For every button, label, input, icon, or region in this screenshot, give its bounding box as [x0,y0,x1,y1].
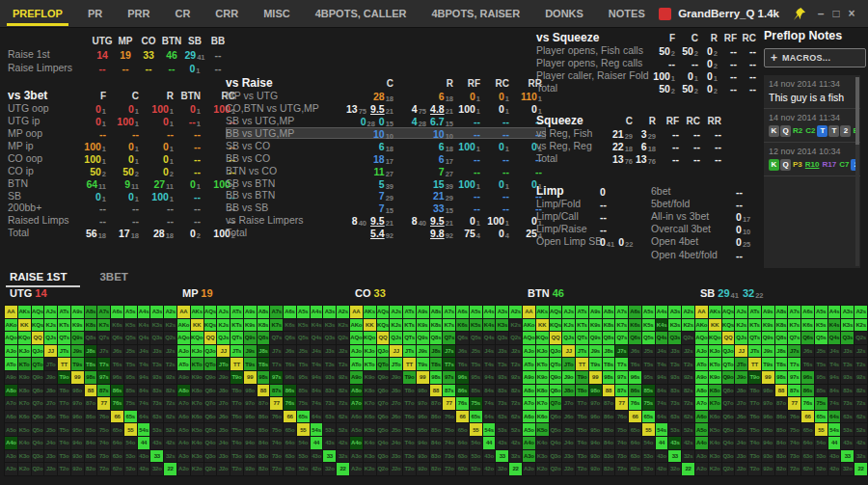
stat-cell: 502 [675,79,698,96]
hand-cell: T7s [615,358,628,370]
hand-cell: Q8s [775,332,788,344]
hand-cell: AJo [350,345,363,358]
hand-cell: 55 [642,423,655,436]
hand-cell: 76o [615,411,628,423]
limp-row-open-limp-sb[interactable]: Open Limp SB041022 [536,235,641,248]
hand-cell: KJs [217,319,230,332]
hand-cell: 73s [150,397,163,410]
stat-row-total[interactable]: Total5.4929.89275404254 [226,227,546,239]
hand-cell: T3o [748,450,761,463]
hand-cell: A2o [5,463,17,475]
hand-cell: Q4o [377,437,390,449]
hand-cell: J7o [562,397,575,410]
hand-cell: K7o [18,397,31,410]
hand-cell: J4s [656,345,668,358]
tab-preflop[interactable]: PREFLOP [0,0,75,27]
hand-cell: 75o [443,423,455,436]
hand-cell: AQo [350,332,363,344]
stat-row-raise-limpers[interactable]: Raise Limpers--------01-- [8,61,231,74]
range-tab-3bet[interactable]: 3BET [99,271,127,287]
hand-cell: KJs [44,319,57,332]
stat-cell: -- [700,149,721,167]
hand-cell: K2s [337,319,349,332]
row-label: UTG ip [8,115,77,126]
hand-cell: 96o [71,411,84,423]
hand-cell: QJo [377,345,390,358]
hand-cell: 42s [854,437,867,449]
hand-cell: Q4o [722,437,735,449]
hand-cell: J7s [788,345,800,358]
hand-cell: A6s [801,306,814,318]
hand-cell: 77 [443,397,455,410]
minimize-button[interactable]: – [813,7,828,20]
hand-cell: J8s [258,345,270,358]
tab-donks[interactable]: DONKS [532,0,596,27]
tab-crr[interactable]: CRR [203,0,251,27]
limp-row-open-4bet[interactable]: Open 4bet025 [651,235,764,248]
tab-notes[interactable]: NOTES [596,0,658,27]
hand-cell: 53o [642,450,655,463]
hand-cell: 64o [111,437,123,449]
tab-4bpots-caller[interactable]: 4BPOTS, CALLER [303,0,420,27]
hand-cell: J2o [44,463,57,475]
hand-cell: 99 [762,371,774,384]
hand-cell: Q9o [377,371,390,384]
hand-cell: A7o [350,397,363,410]
hand-cell: K5s [642,319,655,332]
limp-row-limp-call[interactable]: Limp/Call-- [536,209,641,222]
value-sample-count: 2 [714,87,718,95]
range-tab-raise-1st[interactable]: RAISE 1ST [10,271,67,287]
hand-cell: 43o [483,450,496,463]
value-text: 5.4 [370,228,385,239]
pin-icon[interactable] [792,7,806,21]
hand-cell: K9o [364,371,376,384]
hand-cell: KQs [550,319,562,332]
value-text: 28 [153,228,165,239]
grid-header-btn: BTN 46 [528,287,564,299]
hand-cell: 87o [258,397,270,410]
limp-row-limp-fold[interactable]: Limp/Fold-- [536,197,641,209]
notes-scrollbar[interactable] [855,77,859,266]
hand-cell: 99 [589,371,602,384]
hand-cell: K4s [656,319,668,332]
row-label: SB vs UTG,MP [226,115,326,126]
hand-cell: 93o [417,450,429,463]
hand-cell: 92o [71,463,84,475]
hand-cell: AJs [390,306,402,318]
tab-cr[interactable]: CR [162,0,203,27]
hand-cell: Q5o [550,423,562,436]
notes-scrollbar-thumb[interactable] [855,77,859,145]
stat-row-total[interactable]: Total13761376------ [536,152,729,165]
stat-value: -- [715,149,721,166]
stat-row-total[interactable]: Total50250202---- [536,82,762,94]
stat-row-total[interactable]: Total561817182818021002 [8,227,239,239]
hand-cell: K3s [668,319,681,332]
limp-row-limp[interactable]: Limp0 [536,184,641,197]
hand-cell: 86o [430,411,443,423]
limp-row-all-in-vs-3bet[interactable]: All-in vs 3bet017 [651,209,764,222]
close-button[interactable]: × [844,7,859,20]
hand-cell: QJs [562,332,575,344]
hand-cell: KK [364,319,376,332]
hand-cell: 94o [589,437,602,449]
maximize-button[interactable]: □ [828,7,844,20]
macros-button[interactable]: + MACROS... [764,48,866,67]
value-text: 0 [190,228,196,239]
value-text: 14 [35,287,46,299]
hand-cell: 74o [270,437,283,449]
tab-4bpots-raiser[interactable]: 4BPOTS, RAISER [419,0,532,27]
hand-cell: T6o [403,411,416,423]
hand-grid-btn: AAAKsAQsAJsATsA9sA8sA7sA6sA5sA4sA3sA2sAK… [522,305,695,476]
hand-cell: J7s [270,345,283,358]
limp-row-6bet[interactable]: 6bet-- [651,184,764,197]
tab-prr[interactable]: PRR [115,0,162,27]
hand-cell: Q3s [323,332,336,344]
hand-cell: J2s [337,345,349,358]
limp-row-overcall-3bet[interactable]: Overcall 3bet010 [651,223,764,235]
window-title: GrandBerry_Q 1.4k [678,8,779,19]
note-item: 12 nov 2014 10:34KQP3R10R17C723 [764,143,860,176]
tab-pr[interactable]: PR [75,0,115,27]
tab-misc[interactable]: MISC [251,0,303,27]
hand-cell: 42s [164,437,176,449]
hand-cell: 66 [111,411,123,423]
